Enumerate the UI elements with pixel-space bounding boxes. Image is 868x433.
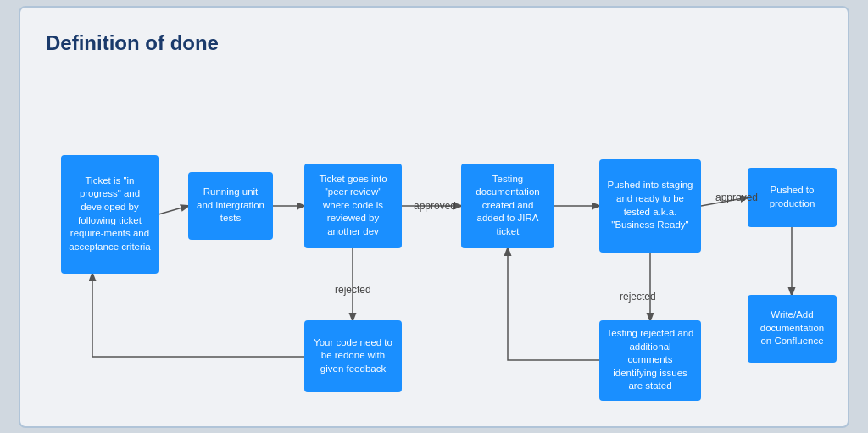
- box-peer-review: Ticket goes into "peer review" where cod…: [304, 164, 402, 248]
- label-approved-2: approved: [715, 192, 758, 203]
- main-card: Definition of done: [19, 6, 849, 428]
- box-unit-tests: Running unit and intergration tests: [188, 172, 273, 240]
- label-approved-1: approved: [414, 200, 456, 212]
- box-testing-rejected: Testing rejected and additional comments…: [599, 320, 701, 401]
- diagram: Ticket is "in progress" and developed by…: [46, 79, 822, 401]
- connectors-svg: [46, 79, 822, 401]
- box-confluence: Write/Add documentation on Confluence: [748, 295, 837, 363]
- svg-line-0: [159, 206, 188, 214]
- box-testing-doc: Testing documentation created and added …: [461, 164, 554, 248]
- label-rejected-2: rejected: [620, 291, 656, 303]
- box-staging: Pushed into staging and ready to be test…: [599, 159, 701, 253]
- label-rejected-1: rejected: [335, 284, 371, 296]
- box-code-redo: Your code need to be redone with given f…: [304, 320, 402, 392]
- box-in-progress: Ticket is "in progress" and developed by…: [61, 155, 159, 274]
- box-pushed-production: Pushed to production: [748, 168, 837, 227]
- page-title: Definition of done: [46, 31, 822, 55]
